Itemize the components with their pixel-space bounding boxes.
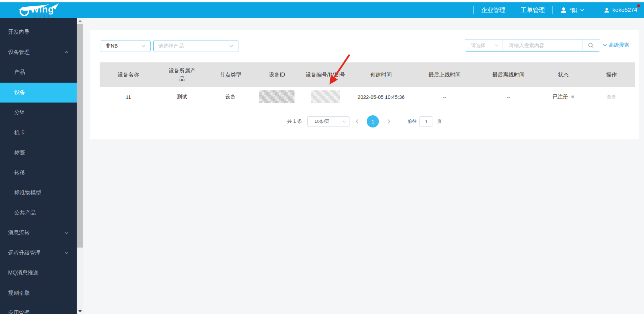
chevron-down-icon: [65, 252, 69, 254]
chevron-down-icon: [580, 9, 584, 11]
sidebar-item-message-flow[interactable]: 消息流转: [0, 223, 77, 243]
advanced-search-link[interactable]: 高级搜索: [603, 42, 629, 48]
scrollbar-up-button[interactable]: [77, 18, 83, 24]
col-product: 设备所属产品: [157, 62, 207, 87]
sidebar-item-sim-card[interactable]: 机卡: [0, 123, 77, 143]
col-imei: 设备编号/IMEI号: [300, 62, 351, 87]
product-select[interactable]: 请选择产品: [153, 40, 238, 52]
nav-user-name: *阳: [570, 6, 578, 14]
sidebar-item-transfer[interactable]: 转移: [0, 163, 77, 183]
imei-redacted-mosaic: [311, 90, 340, 103]
search-button[interactable]: [583, 39, 600, 51]
chevron-down-icon: [65, 232, 69, 234]
sidebar-item-standard-model[interactable]: 标准物模型: [0, 183, 77, 203]
sidebar-item-label: 远程升级管理: [8, 250, 41, 257]
col-device-name: 设备名称: [100, 62, 157, 87]
cell-actions: 查看: [588, 87, 635, 107]
prev-page-button[interactable]: [352, 119, 362, 124]
sidebar-item-ota-mgmt[interactable]: 远程升级管理: [0, 243, 77, 263]
main-content: 非NB 请选择产品 请选择: [83, 18, 644, 314]
table-row: 11 测试 设备 2022-05-05 10:45:36 -- -- 已注册: [100, 87, 635, 107]
sidebar-item-app-mgmt[interactable]: 应用管理: [0, 303, 77, 314]
next-page-button[interactable]: [384, 119, 394, 124]
sidebar-menu: 开发向导 设备管理 产品 设备 分组 机卡 标签 转移 标准物模型 公共产品 消…: [0, 18, 77, 314]
sidebar-item-label: 标签: [14, 149, 25, 156]
window-top-strip: [0, 0, 644, 2]
device-table: 设备名称 设备所属产品 节点类型 设备ID 设备编号/IMEI号 创建时间 最后…: [100, 62, 635, 107]
sidebar-item-label: 设备管理: [8, 49, 30, 56]
chevron-down-icon: [603, 44, 607, 47]
brand-logo[interactable]: Wing 智联未来: [17, 2, 68, 18]
col-status: 状态: [539, 62, 588, 87]
product-select-placeholder: 请选择产品: [158, 43, 229, 49]
chevron-up-icon: [65, 51, 69, 54]
top-navbar: Wing 智联未来 企业管理 工单管理 *阳 koko5274: [0, 2, 644, 18]
sidebar-item-group[interactable]: 分组: [0, 103, 77, 123]
sidebar-item-product[interactable]: 产品: [0, 62, 77, 83]
nav-account-name: koko5274: [612, 7, 637, 13]
sidebar-item-label: 规则引擎: [8, 290, 30, 297]
cell-created-time: 2022-05-05 10:45:36: [351, 87, 411, 107]
view-link[interactable]: 查看: [607, 94, 616, 99]
device-type-select[interactable]: 非NB: [101, 40, 151, 52]
sidebar-item-public-product[interactable]: 公共产品: [0, 203, 77, 223]
sidebar-item-label: 开发向导: [8, 29, 30, 36]
nav-divider: [513, 6, 513, 14]
sidebar-item-device[interactable]: 设备: [0, 83, 77, 103]
sidebar-item-label: 公共产品: [14, 209, 36, 217]
scrollbar-thumb[interactable]: [77, 24, 83, 248]
chevron-right-icon: [387, 119, 390, 124]
chevron-down-icon: [229, 45, 233, 48]
search-bar: 请选择: [465, 39, 600, 52]
sidebar-item-label: 设备: [14, 89, 25, 96]
sidebar-item-label: 分组: [14, 109, 25, 116]
cell-status: 已注册: [539, 87, 588, 107]
device-id-redacted-mosaic: [259, 90, 294, 103]
nav-account[interactable]: koko5274: [604, 7, 637, 13]
goto-label: 前往: [407, 118, 417, 124]
page-unit-label: 页: [437, 118, 442, 124]
page-size-select[interactable]: 10条/页: [307, 116, 350, 127]
page-number-button[interactable]: 1: [367, 115, 379, 127]
sidebar-item-mq-push[interactable]: MQ消息推送: [0, 263, 77, 283]
sidebar-item-label: 应用管理: [8, 310, 30, 314]
chevron-down-icon: [342, 120, 346, 123]
vertical-scrollbar[interactable]: [77, 18, 83, 314]
col-device-id: 设备ID: [254, 62, 300, 87]
search-input[interactable]: [503, 39, 582, 51]
notification-badge: [637, 4, 640, 7]
col-node-type: 节点类型: [207, 62, 254, 87]
status-text: 已注册: [553, 94, 568, 100]
cell-device-name: 11: [100, 87, 157, 107]
sidebar-item-label: 转移: [14, 169, 25, 176]
sidebar-item-rule-engine[interactable]: 规则引擎: [0, 283, 77, 304]
sidebar-item-label: MQ消息推送: [8, 269, 38, 277]
nav-divider: [473, 6, 474, 14]
cell-imei: [300, 87, 351, 107]
search-field-select[interactable]: 请选择: [465, 39, 503, 51]
cell-product: 测试: [157, 87, 207, 107]
nav-user-menu[interactable]: *阳: [560, 6, 585, 14]
sidebar-item-tag[interactable]: 标签: [0, 143, 77, 163]
user-icon: [604, 7, 610, 13]
sidebar-item-dev-guide[interactable]: 开发向导: [0, 22, 77, 42]
table-header-row: 设备名称 设备所属产品 节点类型 设备ID 设备编号/IMEI号 创建时间 最后…: [100, 62, 635, 87]
nav-enterprise-mgmt[interactable]: 企业管理: [481, 6, 506, 14]
sidebar-item-label: 消息流转: [8, 229, 30, 236]
col-created-time: 创建时间: [351, 62, 411, 87]
logo-wordmark: Wing: [30, 4, 54, 15]
sidebar-item-device-mgmt[interactable]: 设备管理: [0, 42, 77, 63]
chevron-down-icon: [495, 44, 498, 47]
sidebar-item-label: 标准物模型: [14, 189, 41, 196]
triangle-up-icon: [78, 20, 82, 22]
col-actions: 操作: [588, 62, 635, 87]
search-icon: [588, 42, 594, 49]
scrollbar-down-button[interactable]: [77, 308, 83, 314]
search-field-placeholder: 请选择: [471, 42, 495, 49]
nav-divider: [552, 6, 553, 14]
goto-page-input[interactable]: [419, 116, 433, 127]
pagination: 共 1 条 10条/页 1 前往 页: [90, 115, 639, 127]
sidebar-item-label: 机卡: [14, 129, 25, 136]
cell-last-offline: --: [478, 87, 539, 107]
nav-workorder-mgmt[interactable]: 工单管理: [521, 6, 545, 14]
